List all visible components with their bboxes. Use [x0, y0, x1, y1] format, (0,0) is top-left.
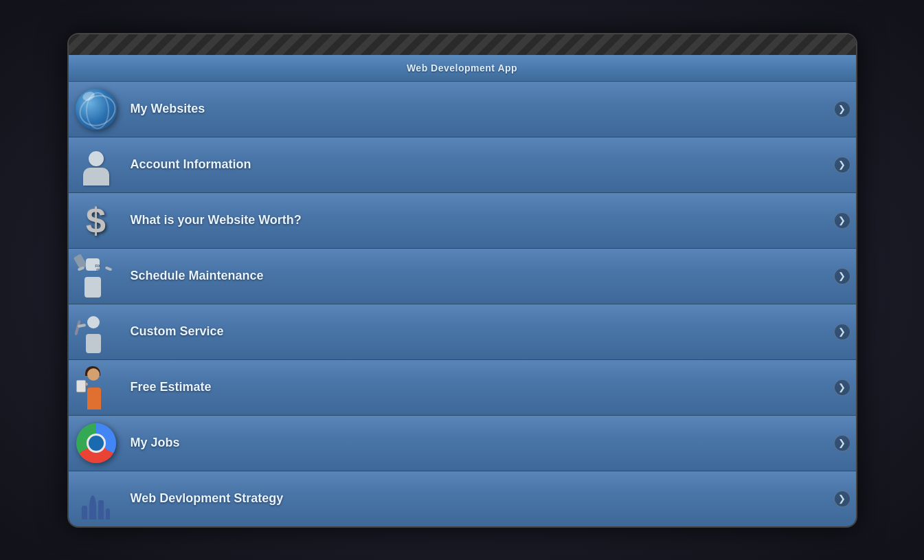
- free-estimate-chevron-container: ❯: [829, 379, 856, 396]
- my-websites-label: My Websites: [124, 102, 829, 116]
- menu-item-my-jobs[interactable]: My Jobs ❯: [69, 416, 856, 471]
- free-estimate-label: Free Estimate: [124, 380, 829, 394]
- custom-service-chevron: ❯: [834, 324, 850, 340]
- fixit-icon: FIXIT: [76, 255, 116, 298]
- my-websites-chevron-container: ❯: [829, 101, 856, 117]
- menu-item-schedule-maintenance[interactable]: FIXIT Schedule Maintenance ❯: [69, 249, 856, 304]
- menu-item-free-estimate[interactable]: Free Estimate ❯: [69, 360, 856, 416]
- menu-item-my-websites[interactable]: My Websites ❯: [69, 82, 856, 137]
- my-jobs-icon-container: [69, 416, 124, 471]
- worker-icon: [76, 311, 116, 353]
- account-information-icon-container: [69, 137, 124, 192]
- menu-list: My Websites ❯ Account Information ❯ $: [69, 82, 856, 526]
- free-estimate-icon-container: [69, 360, 124, 415]
- account-information-label: Account Information: [124, 157, 829, 172]
- web-development-strategy-chevron: ❯: [834, 491, 850, 507]
- app-container: Web Development App My Websites ❯ Ac: [67, 33, 857, 528]
- menu-item-account-information[interactable]: Account Information ❯: [69, 137, 856, 193]
- menu-item-website-worth[interactable]: $ What is your Website Worth? ❯: [69, 193, 856, 249]
- browser-icon: [76, 423, 116, 463]
- free-estimate-chevron: ❯: [834, 379, 850, 396]
- app-title: Web Development App: [407, 63, 517, 74]
- globe-icon: [76, 89, 117, 130]
- web-development-strategy-chevron-container: ❯: [829, 491, 856, 507]
- schedule-maintenance-chevron-container: ❯: [829, 268, 856, 284]
- schedule-maintenance-label: Schedule Maintenance: [124, 269, 829, 283]
- custom-service-label: Custom Service: [124, 324, 829, 339]
- web-development-strategy-label: Web Devlopment Strategy: [124, 491, 829, 506]
- menu-item-custom-service[interactable]: Custom Service ❯: [69, 304, 856, 360]
- menu-item-web-development-strategy[interactable]: Web Devlopment Strategy ❯: [69, 471, 856, 526]
- my-jobs-chevron-container: ❯: [829, 435, 856, 451]
- website-worth-chevron-container: ❯: [829, 212, 856, 229]
- website-worth-icon-container: $: [69, 193, 124, 248]
- website-worth-chevron: ❯: [834, 212, 850, 229]
- app-title-bar: Web Development App: [69, 55, 856, 82]
- account-information-chevron: ❯: [834, 157, 850, 173]
- custom-service-icon-container: [69, 304, 124, 359]
- account-information-chevron-container: ❯: [829, 157, 856, 173]
- schedule-maintenance-icon-container: FIXIT: [69, 249, 124, 304]
- dollar-icon: $: [77, 201, 115, 239]
- person-icon: [76, 144, 117, 186]
- woman-icon: [76, 365, 116, 410]
- striped-header: [69, 34, 856, 55]
- custom-service-chevron-container: ❯: [829, 324, 856, 340]
- web-development-strategy-icon-container: [69, 471, 124, 526]
- chess-icon: [77, 478, 115, 519]
- my-jobs-label: My Jobs: [124, 436, 829, 450]
- schedule-maintenance-chevron: ❯: [834, 268, 850, 284]
- my-websites-chevron: ❯: [834, 101, 850, 117]
- my-jobs-chevron: ❯: [834, 435, 850, 451]
- website-worth-label: What is your Website Worth?: [124, 213, 829, 227]
- my-websites-icon-container: [69, 82, 124, 137]
